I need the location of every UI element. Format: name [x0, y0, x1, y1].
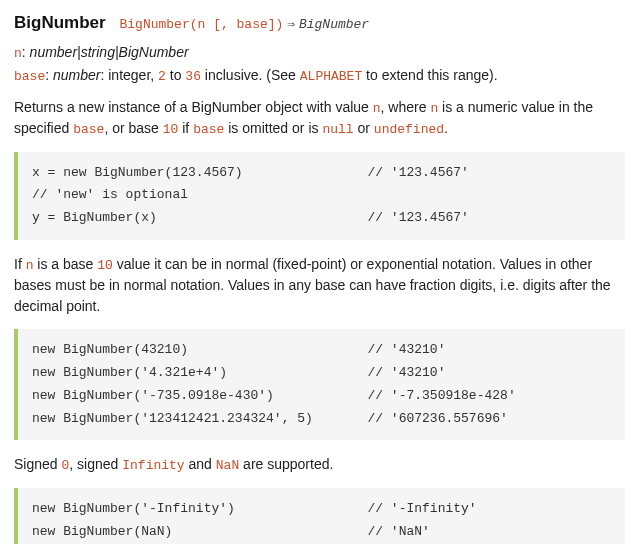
param-name: n	[14, 46, 22, 61]
arrow-icon: ⇒	[287, 17, 295, 32]
method-title: BigNumber	[14, 13, 106, 32]
param-type: number|string|BigNumber	[30, 44, 189, 60]
param-type: number	[53, 67, 100, 83]
param-n: n: number|string|BigNumber	[14, 42, 625, 64]
description-2: If n is a base 10 value it can be in nor…	[14, 254, 625, 318]
return-type: BigNumber	[299, 17, 369, 32]
method-header: BigNumber BigNumber(n [, base]) ⇒ BigNum…	[14, 10, 625, 36]
description-3: Signed 0, signed Infinity and NaN are su…	[14, 454, 625, 476]
code-block-3: new BigNumber('-Infinity') // '-Infinity…	[14, 488, 625, 544]
description-1: Returns a new instance of a BigNumber ob…	[14, 97, 625, 140]
method-signature: BigNumber(n [, base])	[120, 17, 284, 32]
alphabet-link[interactable]: ALPHABET	[300, 69, 362, 84]
param-name: base	[14, 69, 45, 84]
code-block-1: x = new BigNumber(123.4567) // '123.4567…	[14, 152, 625, 240]
code-block-2: new BigNumber(43210) // '43210' new BigN…	[14, 329, 625, 440]
param-base: base: number: integer, 2 to 36 inclusive…	[14, 65, 625, 87]
